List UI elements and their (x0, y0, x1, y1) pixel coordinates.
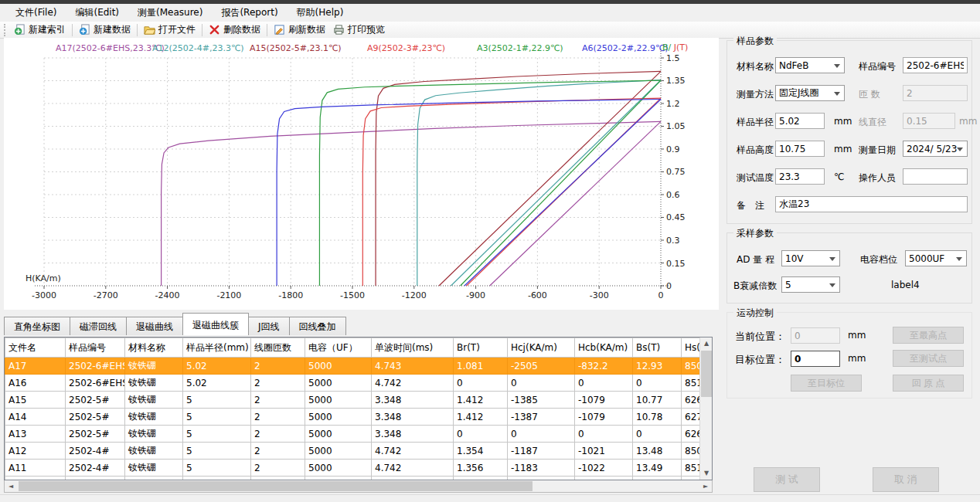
method-combo[interactable]: 固定J线圈 (775, 85, 845, 101)
chevron-down-icon (834, 92, 840, 96)
scroll-up-icon[interactable]: ▲ (700, 337, 713, 350)
table-cell: A15 (5, 392, 66, 409)
b-atten-value: 5 (785, 280, 791, 290)
tab-4[interactable]: J回线 (248, 317, 290, 335)
toolbar-button-5[interactable]: 打印预览 (329, 22, 389, 38)
ad-range-combo[interactable]: 10V (781, 250, 840, 266)
column-header-2[interactable]: 材料名称 (125, 338, 183, 358)
table-row-A14[interactable]: A142502-5#钕铁硼5250003.3481.412-1387-10791… (5, 409, 709, 426)
svg-text:-1500: -1500 (340, 290, 365, 300)
tab-0[interactable]: 直角坐标图 (4, 317, 70, 335)
open-file-icon (144, 24, 155, 36)
table-row-A16[interactable]: A162502-6#EHS钕铁硼5.02250004.74200008514 (5, 375, 709, 392)
table-cell: 2 (251, 426, 305, 443)
sample-no-input[interactable] (903, 57, 968, 73)
column-header-5[interactable]: 电容（UF） (305, 338, 372, 358)
scroll-left-icon[interactable]: ◄ (5, 480, 17, 492)
table-cell: 钕铁硼 (125, 409, 183, 426)
height-input[interactable] (775, 141, 825, 157)
toolbar-button-1[interactable]: 新建数据 (75, 22, 134, 38)
column-header-9[interactable]: Hcb(KA/m) (575, 338, 633, 358)
scroll-down-icon[interactable]: ▼ (700, 467, 713, 480)
column-header-0[interactable]: 文件名 (5, 338, 66, 358)
table-row-A13[interactable]: A132502-5#钕铁硼5250003.34800006266 (5, 426, 709, 443)
table-cell: 2 (251, 358, 305, 375)
remark-label: 备 注 (737, 199, 764, 212)
table-cell: 2 (251, 443, 305, 460)
table-horizontal-scrollbar[interactable]: ◄ ► (4, 480, 713, 493)
toolbar-button-3[interactable]: 删除数据 (205, 22, 264, 38)
table-cell: 1.356 (454, 460, 508, 477)
date-picker[interactable]: 2024/ 5/23 (903, 141, 968, 157)
tab-3[interactable]: 退磁曲线簇 (182, 313, 249, 335)
operator-label: 操作人员 (859, 171, 896, 185)
menu-item-4[interactable]: 帮助(Help) (288, 4, 353, 22)
column-header-7[interactable]: Br(T) (454, 338, 508, 358)
table-cell: A17 (5, 358, 66, 375)
table-cell: A16 (5, 375, 66, 392)
table-cell: 5000 (305, 358, 372, 375)
tab-5[interactable]: 回线叠加 (289, 317, 346, 335)
b-line-A17 (490, 121, 661, 286)
toolbar-button-4[interactable]: 刷新数据 (270, 22, 329, 38)
b-atten-combo[interactable]: 5 (781, 276, 840, 293)
table-body: A172502-6#EHS钕铁硼5.02250004.7431.081-2505… (5, 358, 709, 481)
tab-2[interactable]: 退磁曲线 (126, 317, 183, 335)
table-cell: 2502-5# (66, 409, 125, 426)
table-cell: A14 (5, 409, 66, 426)
table-row-A15[interactable]: A152502-5#钕铁硼5250003.3481.412-1385-10791… (5, 392, 709, 409)
table-cell: -2505 (508, 358, 575, 375)
scroll-right-icon[interactable]: ► (699, 480, 712, 492)
cap-gear-combo[interactable]: 5000UF (905, 250, 967, 266)
table-cell: -1183 (508, 460, 575, 477)
radius-input[interactable] (775, 113, 825, 129)
table-cell: 0 (633, 426, 682, 443)
menu-item-2[interactable]: 测量(Measure) (128, 4, 212, 22)
column-header-6[interactable]: 单波时间(ms) (372, 338, 454, 358)
table-row-A12[interactable]: A122502-4#钕铁硼5250004.7421.354-1187-10211… (5, 443, 709, 460)
toolbar-button-0[interactable]: 新建索引 (10, 22, 70, 38)
j-curve-A12 (417, 80, 661, 286)
table-cell: 2502-4# (66, 460, 125, 477)
table-cell: 4.742 (372, 443, 454, 460)
table-row-A11[interactable]: A112502-4#钕铁硼5250004.7421.356-1183-10221… (5, 460, 709, 477)
vscroll-thumb[interactable] (701, 351, 712, 397)
table-cell: 2502-5# (66, 392, 125, 409)
temp-label: 测试温度 (737, 171, 774, 185)
toolbar-grip[interactable] (4, 24, 8, 36)
material-combo[interactable]: NdFeB (775, 57, 845, 73)
go-origin-button: 回 原 点 (893, 375, 964, 392)
table-cell: 4.743 (372, 358, 454, 375)
column-header-3[interactable]: 样品半径(mm) (183, 338, 251, 358)
temp-input[interactable] (775, 168, 825, 185)
column-header-10[interactable]: Bs(T) (633, 338, 682, 358)
date-label: 测量日期 (859, 144, 896, 157)
remark-input[interactable] (775, 196, 968, 212)
tab-1[interactable]: 磁滞回线 (70, 317, 127, 335)
table-row-A17[interactable]: A172502-6#EHS钕铁硼5.02250004.7431.081-2505… (5, 358, 709, 375)
target-pos-input[interactable] (791, 351, 840, 367)
chevron-down-icon (957, 148, 963, 151)
table-cell: 5 (183, 409, 251, 426)
menu-item-0[interactable]: 文件(File) (6, 4, 66, 22)
table-cell: 0 (633, 375, 682, 392)
hscroll-thumb[interactable] (19, 481, 533, 491)
menu-item-3[interactable]: 报告(Report) (212, 4, 287, 22)
menu-item-1[interactable]: 编辑(Edit) (66, 4, 128, 22)
column-header-4[interactable]: 线圈匝数 (251, 338, 305, 358)
wire-unit: mm (959, 116, 977, 127)
new-index-icon (14, 24, 26, 36)
j-curve-A17 (162, 121, 661, 286)
chart-tabs: 直角坐标图磁滞回线退磁曲线退磁曲线簇J回线回线叠加 (4, 313, 345, 335)
table-cell: 0 (508, 375, 575, 392)
table-vertical-scrollbar[interactable]: ▲ ▼ (699, 337, 712, 480)
table-cell: 钕铁硼 (125, 443, 183, 460)
column-header-1[interactable]: 样品编号 (66, 338, 125, 358)
operator-input[interactable] (903, 168, 968, 185)
table-cell: 0 (575, 426, 633, 443)
column-header-8[interactable]: Hcj(KA/m) (508, 338, 575, 358)
table-cell: 3.348 (372, 409, 454, 426)
toolbar-button-2[interactable]: 打开文件 (140, 22, 199, 38)
toolbar-separator (72, 24, 73, 36)
svg-text:0.9: 0.9 (666, 144, 680, 154)
